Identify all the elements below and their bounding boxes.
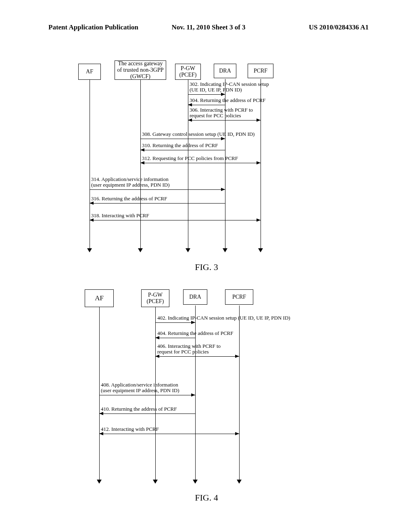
msg-line-408 <box>99 395 195 395</box>
msg-306: 306. Interacting with PCRF to request fo… <box>190 107 253 119</box>
lifeline-dra: DRA <box>214 64 236 78</box>
lifeline-line-pcrf <box>261 79 261 249</box>
msg-310: 310. Returning the address of PCRF <box>142 143 218 148</box>
arrow-right-icon <box>235 355 239 358</box>
msg-line-306 <box>188 120 261 121</box>
header-right: US 2010/0284336 A1 <box>262 23 369 31</box>
msg-line-314 <box>90 189 225 190</box>
msg-304: 304. Returning the address of PCRF <box>190 98 266 103</box>
msg-line-304 <box>188 105 225 105</box>
arrow-left-icon <box>90 202 94 205</box>
arrow-right-icon <box>257 161 261 164</box>
arrow-right-icon <box>191 321 195 324</box>
msg-line-410 <box>99 414 195 414</box>
msg-line-404 <box>155 338 195 338</box>
msg-308: 308. Gateway control session setup (UE I… <box>142 131 254 137</box>
lifeline-gwcf: The access gateway of trusted non-3GPP (… <box>115 60 166 80</box>
lifeline-dra: DRA <box>183 289 207 305</box>
lifeline-end-gwcf-icon <box>138 248 143 252</box>
arrow-left-icon <box>90 218 94 222</box>
lifeline-pgw: P-GW (PCEF) <box>141 289 169 307</box>
arrow-left-icon <box>155 336 159 339</box>
lifeline-pcrf: PCRF <box>225 289 253 305</box>
lifeline-end-pgw-icon <box>153 480 158 484</box>
lifeline-line-pgw <box>155 307 156 480</box>
lifeline-line-pcrf <box>239 305 240 480</box>
lifeline-af: AF <box>78 64 101 80</box>
lifeline-end-dra-icon <box>223 248 227 252</box>
figure-3: AF The access gateway of trusted non-3GP… <box>0 56 413 274</box>
lifeline-end-af-icon <box>87 248 92 252</box>
msg-316: 316. Returning the address of PCRF <box>91 196 167 202</box>
arrow-left-icon <box>188 118 192 122</box>
msg-line-308 <box>140 139 225 139</box>
page-header: Patent Application Publication Nov. 11, … <box>0 23 413 31</box>
msg-line-412 <box>99 434 239 434</box>
msg-404: 404. Returning the address of PCRF <box>157 330 234 336</box>
arrow-right-icon <box>257 118 261 122</box>
arrow-left-icon <box>99 412 103 415</box>
lifeline-end-pgw-icon <box>186 248 190 252</box>
msg-line-316 <box>90 203 225 204</box>
arrow-right-icon <box>221 93 225 96</box>
lifeline-pgw: P-GW (PCEF) <box>175 64 201 80</box>
msg-402: 402. Indicating IP-CAN session setup (UE… <box>157 315 290 321</box>
arrow-left-icon <box>140 161 144 164</box>
lifeline-line-af <box>99 307 100 480</box>
arrow-right-icon <box>221 137 225 140</box>
figure-3-caption: FIG. 3 <box>0 262 413 272</box>
lifeline-pcrf: PCRF <box>248 64 273 78</box>
msg-line-312 <box>140 163 261 163</box>
msg-line-406 <box>155 356 239 357</box>
msg-406: 406. Interacting with PCRF to request fo… <box>157 343 221 355</box>
msg-314: 314. Application/service information (us… <box>91 177 169 188</box>
lifeline-line-gwcf <box>140 80 141 249</box>
header-left: Patent Application Publication <box>48 23 155 31</box>
msg-line-310 <box>140 150 225 150</box>
lifeline-end-dra-icon <box>193 480 198 484</box>
msg-line-318 <box>90 220 261 220</box>
arrow-left-icon <box>155 355 159 358</box>
arrow-left-icon <box>99 432 103 435</box>
figure-4-caption: FIG. 4 <box>0 493 413 503</box>
lifeline-end-pcrf-icon <box>258 248 263 252</box>
lifeline-line-af <box>90 80 90 249</box>
msg-408: 408. Application/service information (us… <box>101 382 179 394</box>
lifeline-end-pcrf-icon <box>237 480 242 484</box>
patent-page: Patent Application Publication Nov. 11, … <box>0 0 413 532</box>
msg-line-302 <box>188 94 225 95</box>
msg-302: 302. Indicating IP-CAN session setup (UE… <box>190 81 269 93</box>
msg-line-402 <box>155 322 195 323</box>
arrow-right-icon <box>191 393 195 397</box>
msg-312: 312. Requesting for PCC policies from PC… <box>142 156 238 161</box>
arrow-left-icon <box>188 103 192 106</box>
arrow-right-icon <box>257 218 261 222</box>
lifeline-line-dra <box>225 79 225 249</box>
arrow-right-icon <box>221 188 225 191</box>
arrow-left-icon <box>140 148 144 152</box>
lifeline-af: AF <box>85 289 114 307</box>
msg-318: 318. Interacting with PCRF <box>91 213 149 218</box>
figure-4: AF P-GW (PCEF) DRA PCRF 402. Indicating … <box>0 282 413 500</box>
lifeline-end-af-icon <box>97 480 102 484</box>
msg-412: 412. Interacting with PCRF <box>101 426 159 432</box>
msg-410: 410. Returning the address of PCRF <box>101 406 177 412</box>
arrow-right-icon <box>235 432 239 435</box>
header-center: Nov. 11, 2010 Sheet 3 of 3 <box>155 23 262 31</box>
